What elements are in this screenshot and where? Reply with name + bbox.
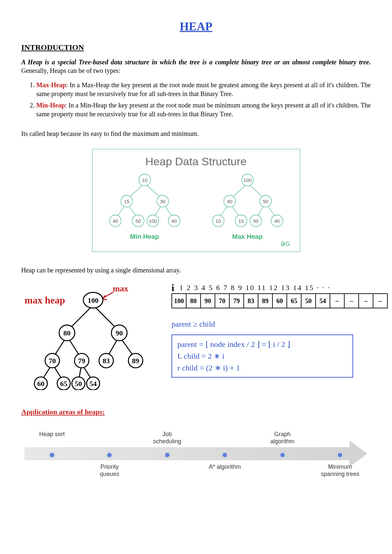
svg-text:40: 40 xyxy=(227,199,232,204)
array-cell: 89 xyxy=(258,294,273,308)
array-cell: 54 xyxy=(316,294,330,308)
svg-text:50: 50 xyxy=(135,218,141,224)
arrow-head-shape xyxy=(350,441,368,467)
svg-text:40: 40 xyxy=(112,218,118,224)
application-label: Graphalgorithm xyxy=(270,431,295,445)
array-cell: – xyxy=(359,294,373,308)
array-cell: 90 xyxy=(201,294,215,308)
array-cell: 60 xyxy=(273,294,287,308)
svg-text:54: 54 xyxy=(90,380,97,388)
section-introduction-heading: INTRODUCTION xyxy=(21,43,371,52)
array-cell: 70 xyxy=(215,294,230,308)
intro-tail-text: Generally, Heaps can be of two types: xyxy=(21,67,121,74)
max-heap-desc: : In a Max-Heap the key present at the r… xyxy=(36,81,371,97)
array-cell: 65 xyxy=(287,294,302,308)
gfg-logo-text: ƏG xyxy=(102,240,290,248)
svg-text:10: 10 xyxy=(142,177,147,183)
array-cell: – xyxy=(345,294,359,308)
why-heap-line: Its called heap because its easy to find… xyxy=(21,130,371,138)
array-index-row: 1 2 3 4 5 6 7 8 9 10 11 12 13 14 15 · · … xyxy=(179,284,331,292)
array-cell: – xyxy=(330,294,345,308)
min-heap-svg: 10 15 30 40 50 100 40 xyxy=(102,172,187,229)
applications-arrow-chart: Heap sortPriorityqueuesJobschedulingA* a… xyxy=(24,426,368,478)
svg-text:50: 50 xyxy=(263,199,268,204)
svg-text:83: 83 xyxy=(103,357,110,365)
array-cell: 100 xyxy=(172,294,187,308)
svg-text:65: 65 xyxy=(60,380,67,388)
hand-max-heap-tree: max heap max xyxy=(21,282,162,390)
heap-data-structure-figure: Heap Data Structure xyxy=(92,149,300,252)
svg-text:40: 40 xyxy=(171,218,177,224)
svg-text:15: 15 xyxy=(238,218,244,224)
page-title: HEAP xyxy=(21,20,371,33)
svg-text:max: max xyxy=(113,284,128,293)
svg-text:90: 90 xyxy=(116,329,123,337)
heap-types-list: Max-Heap: In a Max-Heap the key present … xyxy=(21,81,371,119)
array-cell: 79 xyxy=(230,294,244,308)
svg-text:10: 10 xyxy=(215,218,221,224)
max-heap-label: Max Heap xyxy=(205,233,290,240)
intro-paragraph: A Heap is a special Tree-based data stru… xyxy=(21,58,371,75)
svg-text:40: 40 xyxy=(274,218,280,224)
hand-tree-cell: max heap max xyxy=(21,282,162,391)
applications-heading: Application areas of heaps: xyxy=(21,408,371,416)
formula-right-child: r child = (2 ∗ i) + 1 xyxy=(177,362,347,374)
application-dot xyxy=(49,452,55,458)
svg-text:max heap: max heap xyxy=(24,295,65,305)
intro-lead-text: A Heap is a special Tree-based data stru… xyxy=(21,58,371,66)
min-heap-desc: : In a Min-Heap the key present at the r… xyxy=(36,102,371,118)
application-label: Jobscheduling xyxy=(153,431,181,445)
application-dot xyxy=(337,452,343,458)
array-cell: 80 xyxy=(187,294,201,308)
application-label: Priorityqueues xyxy=(100,464,119,478)
min-heap-tree: 10 15 30 40 50 100 40 Min Heap xyxy=(102,172,187,240)
array-cell: 50 xyxy=(302,294,316,308)
handwritten-figure-row: max heap max xyxy=(21,282,371,391)
array-cell: – xyxy=(373,294,387,308)
svg-text:100: 100 xyxy=(88,296,99,304)
max-heap-tree: 100 40 50 10 15 50 40 Max Heap xyxy=(205,172,290,240)
svg-text:50: 50 xyxy=(253,218,258,224)
svg-text:89: 89 xyxy=(132,357,139,365)
svg-text:100: 100 xyxy=(149,218,157,224)
svg-text:80: 80 xyxy=(63,329,71,337)
application-label: A* algorithm xyxy=(209,464,241,471)
rule-parent-ge-child: parent ≥ child xyxy=(172,318,388,330)
svg-text:50: 50 xyxy=(75,380,82,388)
application-dot xyxy=(222,452,228,458)
formula-box: parent = ⌊ node index / 2 ⌋ = ⌊ i / 2 ⌋ … xyxy=(172,334,353,378)
svg-text:79: 79 xyxy=(78,357,85,365)
array-repr-line: Heap can be represented by using a singl… xyxy=(21,267,371,274)
svg-text:60: 60 xyxy=(37,380,44,388)
list-item: Min-Heap: In a Min-Heap the key present … xyxy=(36,101,371,119)
formula-left-child: L child = 2 ∗ i xyxy=(177,350,347,362)
application-label: Minimumspanning trees xyxy=(321,464,359,478)
document-page: HEAP INTRODUCTION A Heap is a special Tr… xyxy=(0,0,392,491)
formula-parent-index: parent = ⌊ node index / 2 ⌋ = ⌊ i / 2 ⌋ xyxy=(177,338,347,350)
svg-text:30: 30 xyxy=(160,199,165,204)
array-cells-row: 10080907079838960655054–––– xyxy=(172,293,388,308)
min-heap-label: Min Heap xyxy=(102,233,187,240)
svg-text:100: 100 xyxy=(243,177,252,183)
max-heap-term: Max-Heap xyxy=(36,81,66,89)
application-dot xyxy=(106,452,112,458)
svg-text:70: 70 xyxy=(49,357,56,365)
figure-title: Heap Data Structure xyxy=(102,155,290,168)
application-label: Heap sort xyxy=(39,431,65,438)
application-dot xyxy=(164,452,170,458)
max-heap-svg: 100 40 50 10 15 50 40 xyxy=(205,172,290,229)
array-cell: 83 xyxy=(244,294,258,308)
index-variable-i: i xyxy=(172,282,174,293)
list-item: Max-Heap: In a Max-Heap the key present … xyxy=(36,81,371,98)
svg-text:15: 15 xyxy=(124,199,129,204)
hand-array-cell: i 1 2 3 4 5 6 7 8 9 10 11 12 13 14 15 · … xyxy=(172,282,388,378)
arrow-bar-shape xyxy=(24,447,354,460)
application-dot xyxy=(280,452,286,458)
min-heap-term: Min-Heap xyxy=(36,102,65,109)
